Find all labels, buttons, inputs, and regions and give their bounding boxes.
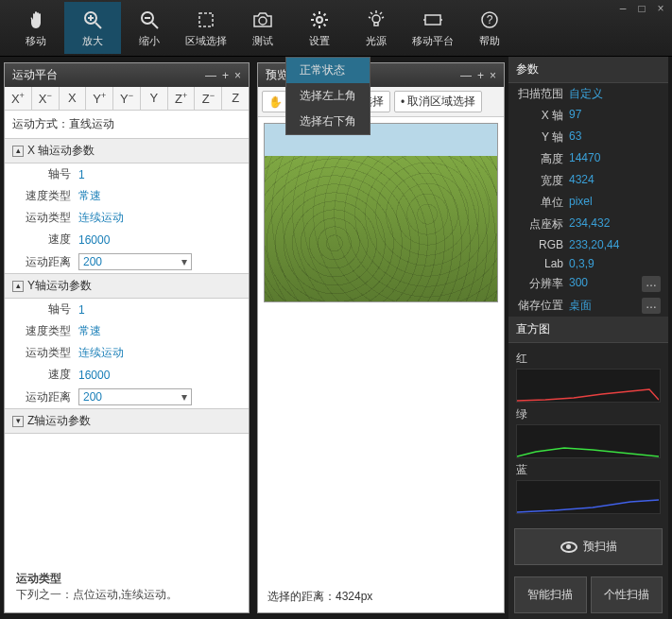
hand-icon xyxy=(26,8,45,32)
panel-min-icon[interactable]: — xyxy=(205,69,216,82)
axis-x-minus[interactable]: X− xyxy=(32,87,60,110)
tb-move[interactable]: 移动 xyxy=(8,2,64,54)
param-res[interactable]: 300 xyxy=(569,276,588,292)
tb-zoom-in[interactable]: 放大 xyxy=(64,2,121,54)
param-point[interactable]: 234,432 xyxy=(569,216,610,232)
mode-value: 直线运动 xyxy=(69,117,114,130)
close-button[interactable]: × xyxy=(655,2,666,15)
tb-light[interactable]: 光源 xyxy=(348,2,405,54)
svg-rect-11 xyxy=(425,15,440,25)
panel-add-icon[interactable]: + xyxy=(222,69,229,82)
histo-red xyxy=(516,369,661,403)
param-save[interactable]: 桌面 xyxy=(569,298,592,314)
axis-x-plus[interactable]: X+ xyxy=(5,87,32,110)
panel-min-icon[interactable]: — xyxy=(460,69,472,82)
tb-platform[interactable]: 移动平台 xyxy=(405,2,461,54)
area-dropdown: 正常状态 选择左上角 选择右下角 xyxy=(285,57,370,135)
param-lab[interactable]: 0,3,9 xyxy=(569,257,594,270)
histo-blue-label: 蓝 xyxy=(516,462,661,478)
axis-z-minus[interactable]: Z− xyxy=(195,87,222,110)
more-button[interactable]: … xyxy=(642,298,661,314)
dropdown-item-bottomright[interactable]: 选择右下角 xyxy=(286,109,370,134)
collapse-up-icon: ▴ xyxy=(12,281,24,292)
camera-icon xyxy=(251,8,274,32)
mode-label: 运动方式： xyxy=(12,117,69,130)
custom-scan-button[interactable]: 个性扫描 xyxy=(591,576,663,613)
smart-scan-button[interactable]: 智能扫描 xyxy=(514,576,587,613)
axis-y-plus[interactable]: Y+ xyxy=(86,87,113,110)
panel-close-icon[interactable]: × xyxy=(234,69,241,82)
preview-image[interactable] xyxy=(264,123,498,302)
collapse-down-icon: ▾ xyxy=(12,416,24,427)
axis-x[interactable]: X xyxy=(60,87,87,110)
main-toolbar: 移动 放大 缩小 区域选择 测试 设置 光源 移动平台 ?帮助 – □ × xyxy=(0,0,672,57)
histo-red-label: 红 xyxy=(516,351,661,367)
pv-cancel-button[interactable]: •取消区域选择 xyxy=(394,91,482,112)
more-button[interactable]: … xyxy=(642,276,661,292)
axis-z-plus[interactable]: Z+ xyxy=(168,87,196,110)
minimize-button[interactable]: – xyxy=(617,2,629,15)
zoom-out-icon xyxy=(139,8,160,32)
axis-y-minus[interactable]: Y− xyxy=(113,87,141,110)
maximize-button[interactable]: □ xyxy=(636,2,647,15)
histogram-header: 直方图 xyxy=(508,317,668,343)
svg-point-8 xyxy=(259,17,267,25)
svg-point-9 xyxy=(317,17,322,23)
light-icon xyxy=(366,8,387,32)
platform-icon xyxy=(422,8,444,32)
param-height[interactable]: 14470 xyxy=(569,151,600,167)
tb-settings[interactable]: 设置 xyxy=(291,2,348,54)
histo-green-label: 绿 xyxy=(516,406,661,422)
dropdown-item-normal[interactable]: 正常状态 xyxy=(286,58,370,83)
dropdown-item-topleft[interactable]: 选择左上角 xyxy=(286,83,370,109)
tb-test[interactable]: 测试 xyxy=(234,2,291,54)
y-axis-no[interactable]: 1 xyxy=(78,303,241,317)
footer-value: 4324px xyxy=(336,590,372,603)
x-distance-combo[interactable]: 200 xyxy=(78,253,192,270)
y-motion-type[interactable]: 连续运动 xyxy=(78,345,241,361)
y-speed-type[interactable]: 常速 xyxy=(78,323,241,339)
x-axis-no[interactable]: 1 xyxy=(78,168,241,181)
axis-y[interactable]: Y xyxy=(141,87,168,110)
panel-add-icon[interactable]: + xyxy=(477,69,484,82)
x-motion-type[interactable]: 连续运动 xyxy=(78,210,241,226)
svg-text:?: ? xyxy=(487,13,493,26)
motion-panel: 运动平台 —+× X+ X− X Y+ Y− Y Z+ Z− Z 运动方式：直线… xyxy=(4,62,250,613)
tb-area-select[interactable]: 区域选择 xyxy=(178,2,234,54)
tb-help[interactable]: ?帮助 xyxy=(461,2,518,54)
window-controls: – □ × xyxy=(617,2,666,15)
eye-icon xyxy=(560,542,577,553)
x-section-header[interactable]: ▴X 轴运动参数 xyxy=(5,138,249,163)
param-width[interactable]: 4324 xyxy=(569,173,594,189)
param-y[interactable]: 63 xyxy=(569,129,581,146)
param-x[interactable]: 97 xyxy=(569,108,581,124)
select-icon xyxy=(197,8,215,32)
svg-point-10 xyxy=(372,15,380,23)
motion-type-note: 运动类型 下列之一：点位运动,连续运动。 xyxy=(16,571,178,603)
params-header: 参数 xyxy=(508,57,668,83)
y-distance-combo[interactable]: 200 xyxy=(78,388,192,405)
param-unit[interactable]: pixel xyxy=(569,195,593,211)
params-list: 扫描范围自定义 X 轴97 Y 轴63 高度14470 宽度4324 单位pix… xyxy=(508,83,668,317)
collapse-up-icon: ▴ xyxy=(12,146,24,157)
param-rgb[interactable]: 233,20,44 xyxy=(569,238,619,251)
help-icon: ? xyxy=(480,8,499,32)
panel-close-icon[interactable]: × xyxy=(490,69,496,82)
hand-icon: ✋ xyxy=(268,95,283,109)
prescan-button[interactable]: 预扫描 xyxy=(514,528,663,565)
x-speed-type[interactable]: 常速 xyxy=(78,188,241,204)
gear-icon xyxy=(309,8,330,32)
axis-z[interactable]: Z xyxy=(222,87,249,110)
footer-label: 选择的距离： xyxy=(267,590,336,603)
svg-line-5 xyxy=(152,23,158,28)
zoom-in-icon xyxy=(82,8,103,32)
x-speed[interactable]: 16000 xyxy=(78,233,241,247)
cancel-icon: • xyxy=(401,95,405,109)
y-section-header[interactable]: ▴Y轴运动参数 xyxy=(5,273,249,299)
svg-rect-7 xyxy=(199,13,213,26)
preview-panel: 预览 —+× ✋移动 ⬚区域选择 •取消区域选择 选择的距离：4324px xyxy=(257,62,505,613)
param-scan-range[interactable]: 自定义 xyxy=(569,86,603,102)
z-section-header[interactable]: ▾Z轴运动参数 xyxy=(5,408,249,434)
y-speed[interactable]: 16000 xyxy=(78,369,241,382)
tb-zoom-out[interactable]: 缩小 xyxy=(121,2,178,54)
